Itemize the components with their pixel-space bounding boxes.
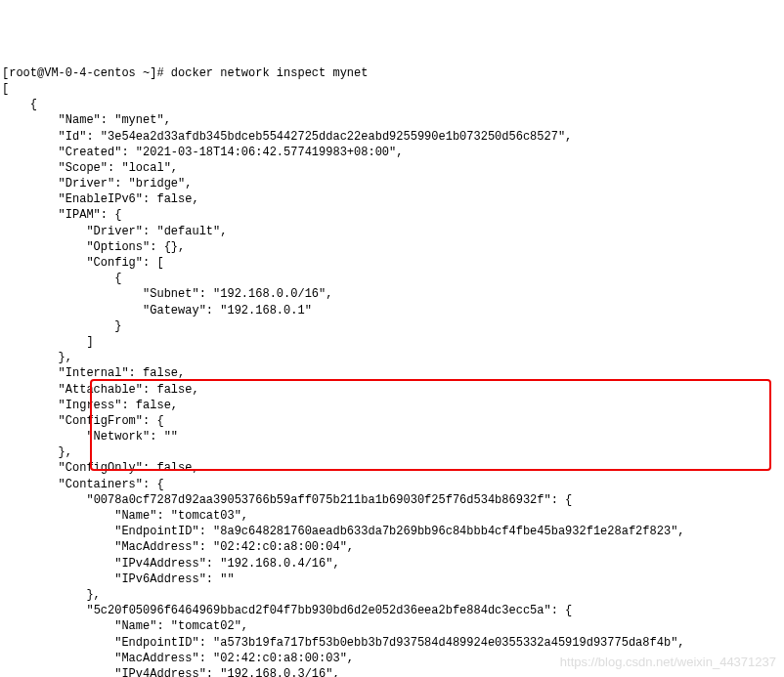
container-id: 0078a0cf7287d92aa39053766b59aff075b211ba… (94, 493, 544, 507)
net-ingress: false (136, 399, 171, 412)
container-endpoint: 8a9c648281760aeadb633da7b269bb96c84bbb4c… (220, 525, 671, 538)
net-id: 3e54ea2d33afdb345bdceb55442725ddac22eabd… (108, 130, 558, 144)
container-mac: 02:42:c0:a8:00:04 (220, 540, 339, 554)
container-ipv4: 192.168.0.4/16 (227, 557, 326, 571)
net-scope: local (129, 161, 164, 175)
ipam-options: {} (164, 240, 178, 254)
container-name: tomcat03 (178, 509, 235, 523)
container-ipv4: 192.168.0.3/16 (227, 667, 326, 677)
container-endpoint: a573b19fa717bf53b0ebb3b7d937584d489924e0… (220, 636, 671, 650)
net-attachable: false (156, 383, 192, 397)
container-mac: 02:42:c0:a8:00:03 (220, 652, 339, 665)
shell-prompt: [root@VM-0-4-centos ~]# docker network i… (2, 66, 368, 80)
ipam-subnet: 192.168.0.0/16 (220, 287, 319, 301)
net-configonly: false (156, 461, 192, 475)
watermark-text: https://blog.csdn.net/weixin_44371237 (560, 654, 776, 671)
container-name: tomcat02 (178, 619, 235, 633)
highlight-box (90, 379, 771, 471)
ipam-gateway: 192.168.0.1 (227, 304, 304, 317)
ipam-driver: default (164, 225, 213, 238)
container-id: 5c20f05096f6464969bbacd2f04f7bb930bd6d2e… (94, 604, 544, 617)
net-internal: false (143, 366, 178, 380)
net-created: 2021-03-18T14:06:42.577419983+08:00 (143, 146, 389, 159)
net-driver: bridge (136, 177, 178, 190)
net-enableipv6: false (156, 192, 192, 206)
net-name: mynet (121, 113, 156, 127)
